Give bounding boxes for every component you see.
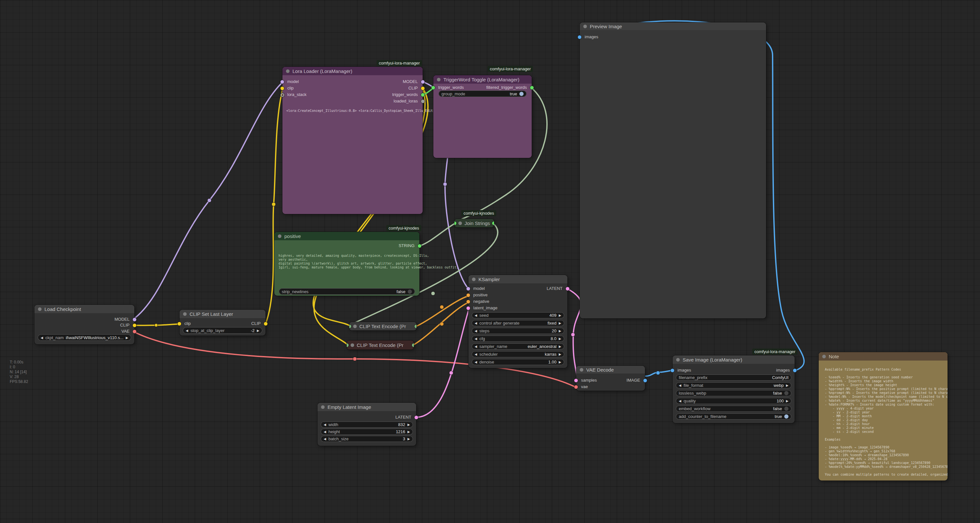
node-header[interactable]: Save Image (LoraManager)	[673, 355, 795, 364]
input-port-vae[interactable]	[574, 385, 578, 389]
node-clip-text-encode-negative[interactable]: CLIP Text Encode (Pr	[347, 341, 414, 350]
output-port-clip[interactable]	[421, 87, 425, 90]
widget-scheduler[interactable]: schedulerkarras	[472, 351, 564, 357]
node-save-image[interactable]: Save Image (LoraManager) images images f…	[673, 355, 795, 423]
node-join-strings[interactable]: Join Strings	[455, 219, 494, 227]
node-header[interactable]: VAE Decode	[576, 366, 645, 374]
widget-width[interactable]: width832	[321, 422, 413, 428]
increment-arrow-icon[interactable]	[558, 343, 561, 350]
output-port-loaded-loras[interactable]	[421, 100, 425, 103]
input-port[interactable]	[347, 343, 348, 347]
node-note[interactable]: Note Available filename_prefix Pattern C…	[819, 352, 948, 480]
increment-arrow-icon[interactable]	[558, 328, 561, 334]
increment-arrow-icon[interactable]	[126, 334, 128, 341]
widget-control-after-generate[interactable]: control after generatefixed	[472, 320, 564, 326]
input-port[interactable]	[349, 325, 351, 328]
toggle-on-icon[interactable]	[784, 414, 789, 418]
input-port[interactable]	[455, 222, 457, 225]
node-header[interactable]: Empty Latent Image	[317, 403, 416, 411]
widget-ckpt-name[interactable]: ckpt_nameil\waiNSFWIllustrious_v110.s...	[38, 334, 131, 341]
node-header[interactable]: TriggerWord Toggle (LoraManager)	[433, 75, 532, 84]
node-header[interactable]: CLIP Set Last Layer	[180, 310, 266, 318]
widget-embed-workflow[interactable]: embed_workflowfalse	[676, 406, 791, 412]
decrement-arrow-icon[interactable]	[474, 328, 477, 334]
collapse-dot[interactable]	[183, 312, 187, 316]
widget-denoise[interactable]: denoise1.00	[472, 359, 564, 365]
output-port-string[interactable]	[418, 244, 422, 248]
output-port-latent[interactable]	[415, 416, 418, 419]
node-positive-prompt[interactable]: positive STRING highres, very detailed, …	[274, 232, 419, 296]
node-load-checkpoint[interactable]: Load Checkpoint MODEL CLIP VAE ckpt_name…	[34, 305, 134, 344]
collapse-dot[interactable]	[286, 70, 290, 73]
input-port-lora-stack[interactable]	[280, 93, 284, 97]
widget-strip-newlines[interactable]: strip_newlinesfalse	[279, 288, 415, 295]
widget-batch-size[interactable]: batch_size3	[321, 436, 413, 442]
node-clip-set-last-layer[interactable]: CLIP Set Last Layer clip CLIP stop_at_cl…	[180, 310, 266, 336]
widget-sampler-name[interactable]: sampler_nameeuler_ancestral	[472, 343, 564, 350]
node-empty-latent-image[interactable]: Empty Latent Image LATENT width832 heigh…	[317, 403, 416, 446]
link-midpoint-dot[interactable]	[440, 305, 444, 309]
note-text[interactable]: Available filename_prefix Pattern Codes …	[825, 368, 948, 477]
link-midpoint-dot[interactable]	[207, 198, 211, 202]
widget-seed[interactable]: seed409	[472, 312, 564, 319]
output-port-model[interactable]	[133, 318, 136, 321]
input-port-negative[interactable]	[466, 300, 470, 303]
collapse-dot[interactable]	[580, 368, 583, 372]
node-header[interactable]: Note	[819, 352, 948, 361]
input-port-positive[interactable]	[466, 293, 470, 297]
widget-quality[interactable]: quality100	[676, 398, 791, 404]
output-port-image[interactable]	[643, 379, 647, 382]
increment-arrow-icon[interactable]	[257, 328, 259, 334]
input-port-latent-image[interactable]	[466, 306, 470, 310]
output-port-vae[interactable]	[133, 330, 136, 333]
input-port-model[interactable]	[466, 287, 470, 290]
prompt-text[interactable]: highres, very detailed, amazing quality,…	[278, 254, 458, 269]
output-port-clip[interactable]	[133, 323, 136, 327]
collapse-dot[interactable]	[583, 25, 587, 28]
decrement-arrow-icon[interactable]	[474, 336, 477, 342]
increment-arrow-icon[interactable]	[407, 436, 410, 442]
decrement-arrow-icon[interactable]	[324, 429, 326, 435]
node-graph-canvas[interactable]: T: 0.00s I: 0 N: 14 [14] V: 28 FPS:58.82…	[0, 0, 980, 523]
decrement-arrow-icon[interactable]	[324, 422, 326, 428]
link-midpoint-dot[interactable]	[353, 357, 357, 361]
output-port[interactable]	[415, 325, 417, 328]
decrement-arrow-icon[interactable]	[474, 312, 477, 319]
node-header[interactable]: Load Checkpoint	[34, 305, 134, 313]
collapse-dot[interactable]	[458, 222, 462, 225]
node-preview-image[interactable]: Preview Image images	[580, 22, 766, 319]
node-header[interactable]: Lora Loader (LoraManager)	[282, 67, 423, 75]
collapse-dot[interactable]	[278, 235, 282, 238]
widget-stop-at-clip-layer[interactable]: stop_at_clip_layer-2	[183, 327, 262, 334]
link-midpoint-dot[interactable]	[656, 371, 660, 375]
input-port-images[interactable]	[578, 35, 581, 39]
decrement-arrow-icon[interactable]	[679, 398, 681, 404]
decrement-arrow-icon[interactable]	[679, 382, 681, 388]
widget-add-counter-to-filename[interactable]: add_counter_to_filenametrue	[676, 414, 791, 420]
output-port-filtered-trigger-words[interactable]	[530, 86, 534, 89]
output-port[interactable]	[492, 222, 494, 225]
increment-arrow-icon[interactable]	[786, 398, 789, 404]
increment-arrow-icon[interactable]	[558, 312, 561, 319]
node-header[interactable]: Preview Image	[580, 22, 766, 30]
widget-group-mode[interactable]: group_modetrue	[439, 90, 527, 97]
decrement-arrow-icon[interactable]	[474, 359, 477, 365]
input-port-samples[interactable]	[574, 379, 578, 382]
collapse-dot[interactable]	[437, 78, 441, 81]
collapse-dot[interactable]	[472, 277, 476, 281]
widget-filename-prefix[interactable]: filename_prefixComfyUI	[676, 374, 791, 381]
node-ksampler[interactable]: KSampler model positive negative latent_…	[468, 275, 568, 368]
collapse-dot[interactable]	[38, 307, 41, 311]
increment-arrow-icon[interactable]	[558, 351, 561, 357]
output-port[interactable]	[412, 343, 414, 347]
node-vae-decode[interactable]: VAE Decode samples vae IMAGE	[576, 366, 645, 391]
decrement-arrow-icon[interactable]	[186, 328, 188, 334]
widget-file-format[interactable]: file_formatwebp	[676, 382, 791, 388]
toggle-off-icon[interactable]	[784, 391, 789, 395]
note-body[interactable]: Available filename_prefix Pattern Codes …	[819, 361, 948, 480]
node-header[interactable]: KSampler	[468, 275, 568, 284]
toggle-off-icon[interactable]	[408, 290, 412, 294]
widget-lossless-webp[interactable]: lossless_webpfalse	[676, 390, 791, 396]
collapse-dot[interactable]	[321, 405, 325, 409]
increment-arrow-icon[interactable]	[558, 336, 561, 342]
